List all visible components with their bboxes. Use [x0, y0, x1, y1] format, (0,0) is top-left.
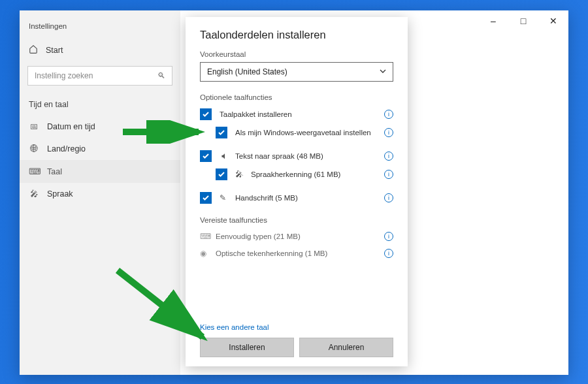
nav-item-language[interactable]: ⌨︎ Taal: [20, 160, 180, 183]
maximize-button[interactable]: □: [508, 10, 538, 31]
nav-label: Taal: [47, 167, 62, 176]
nav-item-date-time[interactable]: 📅︎ Datum en tijd: [20, 116, 180, 138]
required-features-label: Vereiste taalfuncties: [200, 216, 393, 224]
feature-tts: 🔈︎ Tekst naar spraak (48 MB) i: [200, 147, 393, 165]
keyboard-icon: ⌨︎: [200, 232, 210, 241]
optional-features-label: Optionele taalfuncties: [200, 93, 393, 101]
info-icon[interactable]: i: [384, 128, 393, 137]
info-icon[interactable]: i: [384, 249, 393, 258]
globe-icon: 🌐︎: [29, 144, 39, 153]
required-label: Eenvoudig typen (21 MB): [216, 232, 301, 240]
nav-label: Datum en tijd: [47, 122, 95, 131]
checkbox-install-pack[interactable]: [200, 108, 212, 120]
pref-lang-label: Voorkeurstaal: [200, 50, 393, 58]
nav-item-speech[interactable]: 🎤︎ Spraak: [20, 183, 180, 205]
microphone-icon: 🎤︎: [235, 170, 246, 179]
chevron-down-icon: [380, 67, 386, 76]
language-icon: ⌨︎: [29, 167, 39, 176]
calendar-icon: 📅︎: [29, 122, 39, 131]
info-icon[interactable]: i: [384, 152, 393, 161]
sidebar: Instellingen Start Instelling zoeken 🔍︎ …: [20, 10, 180, 375]
close-button[interactable]: ✕: [538, 10, 568, 31]
ocr-icon: ◉︎: [200, 249, 210, 258]
minimize-button[interactable]: –: [478, 10, 508, 31]
section-title: Tijd en taal: [20, 96, 180, 116]
feature-handwriting: ✎︎ Handschrift (5 MB) i: [200, 189, 393, 207]
nav-label: Spraak: [47, 189, 73, 199]
checkbox-handwriting[interactable]: [200, 192, 212, 204]
choose-other-language-link[interactable]: Kies een andere taal: [200, 323, 393, 331]
home-button[interactable]: Start: [20, 39, 180, 61]
dialog-buttons: Installeren Annuleren: [200, 338, 393, 357]
feature-label: Als mijn Windows-weergavetaal instellen: [235, 129, 371, 136]
feature-label: Handschrift (5 MB): [235, 194, 298, 202]
install-language-dialog: Taalonderdelen installeren Voorkeurstaal…: [186, 17, 408, 366]
home-icon: [29, 44, 38, 56]
feature-display-lang: Als mijn Windows-weergavetaal instellen …: [200, 123, 393, 142]
pref-lang-select[interactable]: English (United States): [200, 62, 393, 82]
search-icon: 🔍︎: [157, 71, 165, 80]
required-label: Optische tekenherkenning (1 MB): [216, 249, 327, 257]
install-button[interactable]: Installeren: [200, 338, 294, 357]
cancel-button[interactable]: Annuleren: [299, 338, 393, 357]
pen-icon: ✎︎: [220, 193, 230, 202]
info-icon[interactable]: i: [384, 170, 393, 179]
app-title: Instellingen: [20, 22, 180, 39]
feature-speech-rec: 🎤︎ Spraakherkenning (61 MB) i: [200, 165, 393, 184]
required-ocr: ◉︎ Optische tekenherkenning (1 MB) i: [200, 245, 393, 262]
required-basic-typing: ⌨︎ Eenvoudig typen (21 MB) i: [200, 228, 393, 245]
settings-window: – □ ✕ Instellingen Start Instelling zoek…: [20, 10, 568, 375]
home-label: Start: [46, 46, 63, 55]
search-placeholder: Instelling zoeken: [35, 71, 93, 80]
search-input[interactable]: Instelling zoeken 🔍︎: [27, 66, 172, 86]
checkbox-display-lang[interactable]: [216, 127, 227, 138]
feature-label: Spraakherkenning (61 MB): [251, 170, 340, 178]
checkbox-speech-rec[interactable]: [216, 168, 227, 180]
nav-item-region[interactable]: 🌐︎ Land/regio: [20, 138, 180, 160]
feature-install-pack: Taalpakket installeren i: [200, 105, 393, 123]
main-content: Taalonderdelen installeren Voorkeurstaal…: [180, 10, 568, 375]
info-icon[interactable]: i: [384, 110, 393, 119]
checkbox-tts[interactable]: [200, 150, 212, 162]
titlebar: – □ ✕: [478, 10, 568, 31]
speaker-icon: 🔈︎: [220, 152, 230, 161]
feature-label: Taalpakket installeren: [220, 110, 292, 118]
nav-label: Land/regio: [47, 144, 86, 153]
info-icon[interactable]: i: [384, 193, 393, 202]
feature-label: Tekst naar spraak (48 MB): [235, 152, 323, 160]
microphone-icon: 🎤︎: [29, 189, 39, 199]
dialog-title: Taalonderdelen installeren: [200, 29, 393, 41]
info-icon[interactable]: i: [384, 232, 393, 241]
pref-lang-value: English (United States): [207, 67, 287, 76]
